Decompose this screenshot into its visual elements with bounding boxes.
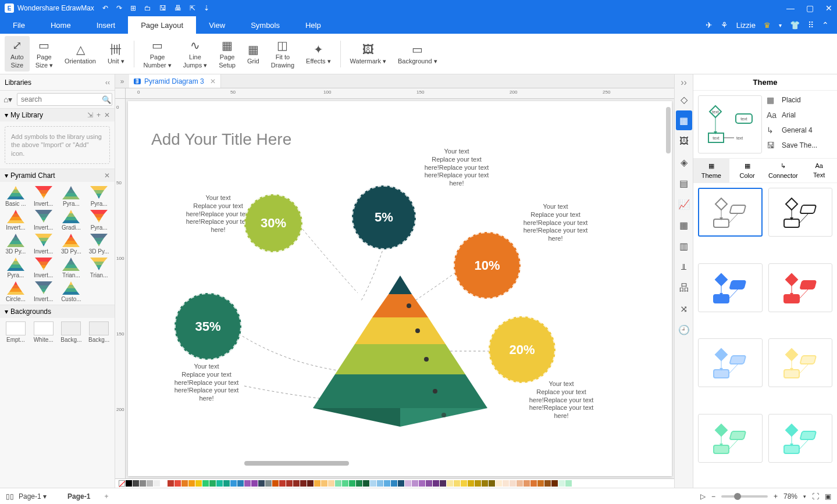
- zoom-out-icon[interactable]: −: [711, 492, 715, 501]
- ribbon-page-size[interactable]: ▭Page Size ▾: [30, 36, 59, 71]
- fit-page-icon[interactable]: ⛶: [812, 492, 819, 501]
- annotation-text[interactable]: Your textReplace your text here!Replace …: [523, 380, 599, 420]
- zoom-in-icon[interactable]: +: [774, 492, 778, 501]
- color-swatch[interactable]: [307, 480, 314, 487]
- library-shape[interactable]: Invert...: [30, 184, 57, 207]
- library-shape[interactable]: Circle...: [2, 280, 29, 302]
- color-swatch[interactable]: [195, 480, 202, 487]
- color-swatch[interactable]: [328, 480, 334, 487]
- maximize-icon[interactable]: ▢: [806, 3, 814, 13]
- theme-thumbnail[interactable]: [698, 188, 763, 237]
- add-page-icon[interactable]: +: [104, 492, 108, 501]
- color-swatch[interactable]: [544, 480, 551, 487]
- bubble-35[interactable]: 35%: [174, 293, 241, 360]
- color-swatch[interactable]: [433, 480, 439, 487]
- color-swatch[interactable]: [565, 480, 572, 487]
- color-swatch[interactable]: [147, 480, 153, 487]
- ribbon-effects[interactable]: ✦Effects ▾: [300, 40, 336, 67]
- theme-prop-save[interactable]: 🖫Save The...: [767, 141, 832, 150]
- theme-tab-connector[interactable]: ↳Connector: [765, 159, 802, 183]
- ribbon-fit-drawing[interactable]: ◫Fit to Drawing: [265, 36, 300, 71]
- redo-icon[interactable]: ↷: [116, 4, 122, 12]
- canvas-page[interactable]: Add Your Title Here Your textReplace you…: [128, 101, 672, 476]
- history-icon[interactable]: 🕘: [676, 320, 692, 339]
- color-swatch[interactable]: [405, 480, 411, 487]
- color-swatch[interactable]: [126, 480, 132, 487]
- annotation-text[interactable]: Your textReplace your text here!Replace …: [518, 203, 593, 243]
- color-swatch[interactable]: [419, 480, 425, 487]
- close-section-icon[interactable]: ✕: [104, 111, 110, 119]
- library-search-input[interactable]: [17, 93, 112, 106]
- library-shape[interactable]: Invert...: [30, 232, 57, 255]
- library-home-icon[interactable]: ⌂▾: [3, 95, 13, 104]
- color-swatch[interactable]: [551, 480, 558, 487]
- color-swatch[interactable]: [412, 480, 418, 487]
- ribbon-line-jumps[interactable]: ∿Line Jumps ▾: [177, 36, 213, 71]
- color-swatch[interactable]: [349, 480, 355, 487]
- new-icon[interactable]: ⊞: [130, 4, 136, 12]
- color-swatch[interactable]: [398, 480, 404, 487]
- theme-thumbnail[interactable]: [768, 263, 833, 312]
- library-shape[interactable]: 3D Py...: [2, 232, 29, 255]
- ribbon-grid[interactable]: ▦Grid: [241, 40, 265, 67]
- color-swatch[interactable]: [265, 480, 272, 487]
- theme-prop-font[interactable]: AaArial: [767, 110, 832, 120]
- color-swatch[interactable]: [209, 480, 216, 487]
- color-swatch[interactable]: [391, 480, 397, 487]
- color-swatch[interactable]: [377, 480, 383, 487]
- menu-file[interactable]: File: [0, 16, 38, 34]
- my-library-header[interactable]: ▾My Library ⇲+✕: [0, 109, 115, 121]
- color-swatch[interactable]: [140, 480, 146, 487]
- color-swatch[interactable]: [154, 480, 160, 487]
- bubble-30[interactable]: 30%: [244, 194, 302, 252]
- library-shape[interactable]: Invert...: [2, 208, 29, 231]
- color-swatch[interactable]: [558, 480, 565, 487]
- color-swatch[interactable]: [342, 480, 348, 487]
- background-thumb[interactable]: Backg...: [86, 320, 112, 343]
- ribbon-auto-size[interactable]: ⤢Auto Size: [5, 36, 30, 71]
- color-swatch[interactable]: [202, 480, 209, 487]
- table-icon[interactable]: ▦: [676, 215, 692, 235]
- pyramid-chart-header[interactable]: ▾Pyramid Chart ✕: [0, 169, 115, 182]
- save-icon[interactable]: 🖫: [159, 4, 166, 12]
- hierarchy-icon[interactable]: 品: [676, 278, 692, 298]
- library-shape[interactable]: Custo...: [58, 280, 85, 302]
- theme-tab-color[interactable]: ▦Color: [729, 159, 765, 183]
- page-select[interactable]: Page-1 ▾: [19, 492, 47, 501]
- color-swatch[interactable]: [286, 480, 293, 487]
- color-swatch[interactable]: [475, 480, 481, 487]
- color-swatch[interactable]: [489, 480, 495, 487]
- color-swatch[interactable]: [133, 480, 139, 487]
- qat-more-icon[interactable]: ⇣: [204, 4, 209, 12]
- color-swatch[interactable]: [461, 480, 467, 487]
- align-icon[interactable]: ⫫: [676, 257, 692, 277]
- menu-symbols[interactable]: Symbols: [238, 16, 293, 34]
- library-shape[interactable]: Trian...: [58, 256, 85, 278]
- backgrounds-header[interactable]: ▾Backgrounds: [0, 305, 115, 318]
- library-shape[interactable]: Invert...: [30, 256, 57, 278]
- ribbon-unit[interactable]: 卌Unit ▾: [102, 40, 130, 67]
- bubble-5[interactable]: 5%: [352, 185, 416, 249]
- color-swatch[interactable]: [517, 480, 523, 487]
- library-shape[interactable]: 3D Py...: [58, 232, 85, 255]
- color-swatch[interactable]: [537, 480, 544, 487]
- color-swatch[interactable]: [314, 480, 320, 487]
- color-swatch[interactable]: [523, 480, 530, 487]
- collapse-ribbon-icon[interactable]: ⌃: [822, 20, 829, 30]
- background-thumb[interactable]: Backg...: [58, 320, 85, 343]
- shuffle-icon[interactable]: ⤨: [676, 299, 692, 319]
- zoom-slider[interactable]: [721, 495, 768, 498]
- tshirt-icon[interactable]: 👕: [790, 20, 800, 30]
- library-shape[interactable]: Pyra...: [86, 184, 112, 207]
- color-swatch[interactable]: [279, 480, 286, 487]
- color-swatch[interactable]: [188, 480, 195, 487]
- theme-prop-general[interactable]: ↳General 4: [767, 126, 832, 135]
- diagram-title[interactable]: Add Your Title Here: [151, 130, 291, 149]
- library-shape[interactable]: Pyra...: [58, 184, 85, 207]
- theme-icon[interactable]: ▦: [676, 110, 692, 130]
- menu-insert[interactable]: Insert: [84, 16, 129, 34]
- color-swatch[interactable]: [384, 480, 390, 487]
- color-swatch[interactable]: [440, 480, 446, 487]
- share-icon[interactable]: ⚘: [721, 20, 728, 30]
- color-swatch[interactable]: [468, 480, 474, 487]
